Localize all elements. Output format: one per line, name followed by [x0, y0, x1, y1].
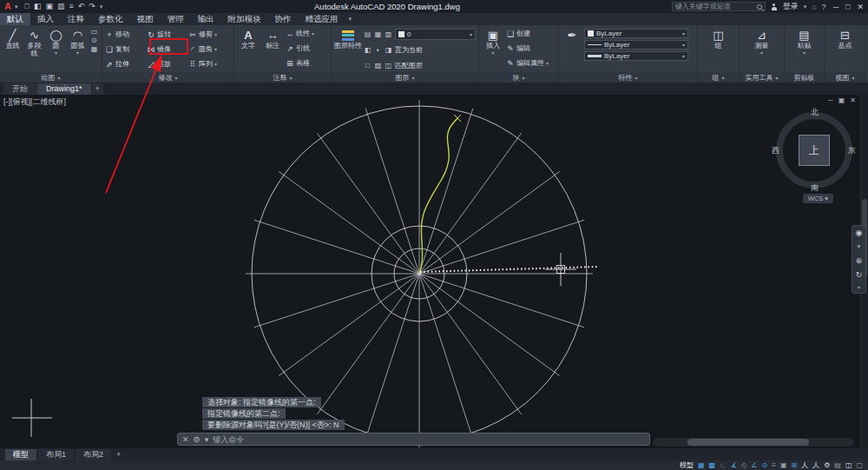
- layer-match-icon[interactable]: ▨: [374, 63, 382, 70]
- object-snap-icon[interactable]: ⊙: [762, 462, 768, 469]
- layer-state-icon[interactable]: ▤: [364, 31, 372, 38]
- base-view-button[interactable]: ⊟ 基点: [838, 27, 852, 50]
- autocad-logo-icon[interactable]: A: [4, 2, 11, 11]
- panel-caption-view[interactable]: 视图 ▾: [825, 72, 865, 83]
- save-as-icon[interactable]: ▥: [57, 3, 65, 10]
- signin-link[interactable]: 登录: [783, 1, 799, 12]
- viewport-controls-label[interactable]: [-][俯视][二维线框]: [3, 96, 66, 108]
- isodraft-icon[interactable]: ◇: [741, 462, 746, 469]
- layer-combo-dropdown-icon[interactable]: ▾: [470, 31, 472, 37]
- rectangle-icon[interactable]: ▭: [89, 29, 99, 36]
- autoscale-icon[interactable]: 人: [812, 462, 819, 469]
- panel-caption-groups[interactable]: 组 ▾: [698, 72, 739, 83]
- app-store-icon[interactable]: ⌂: [812, 3, 816, 11]
- panel-caption-block[interactable]: 块 ▾: [479, 72, 558, 83]
- workspace-icon[interactable]: ⚙: [824, 462, 830, 469]
- open-file-icon[interactable]: ◧: [34, 3, 42, 10]
- save-icon[interactable]: ▣: [45, 3, 53, 10]
- viewport-minimize-icon[interactable]: ─: [828, 96, 833, 104]
- viewcube[interactable]: 北 南 西 东 上: [773, 109, 856, 192]
- layer-walk-icon[interactable]: □: [364, 63, 372, 70]
- command-recent-dropdown-icon[interactable]: ▾: [205, 435, 209, 444]
- new-layout-button[interactable]: +: [113, 450, 124, 459]
- app-menu-dropdown-icon[interactable]: ▾: [15, 3, 18, 10]
- zoom-icon[interactable]: ⊕: [856, 256, 863, 265]
- transparency-icon[interactable]: ▣: [780, 462, 787, 469]
- panel-modify-dropdown-icon[interactable]: ▾: [174, 75, 177, 81]
- layer-select-combo[interactable]: 0 ▾: [395, 29, 476, 40]
- lineweight-dropdown-icon[interactable]: ▾: [682, 53, 685, 59]
- array-button[interactable]: ⠿ 阵列 ▾: [188, 56, 230, 71]
- panel-properties-dropdown-icon[interactable]: ▾: [635, 75, 637, 81]
- close-button[interactable]: ✕: [857, 3, 864, 11]
- line-button[interactable]: ╱ 直线: [3, 27, 23, 50]
- ortho-icon[interactable]: ∟: [720, 462, 727, 469]
- restore-button[interactable]: □: [845, 3, 850, 11]
- panel-utilities-dropdown-icon[interactable]: ▾: [775, 75, 778, 81]
- search-icon[interactable]: [757, 4, 762, 10]
- signin-dropdown-icon[interactable]: ▾: [804, 3, 807, 10]
- viewport-close-icon[interactable]: ✕: [850, 96, 856, 104]
- set-current-layer-button[interactable]: 置为当前: [395, 43, 423, 57]
- fillet-button[interactable]: ◜ 圆角 ▾: [188, 42, 230, 56]
- circle-button[interactable]: ◯ 圆 ▾: [46, 27, 66, 57]
- minimize-button[interactable]: ─: [833, 3, 838, 11]
- layout-tab-model[interactable]: 模型: [5, 449, 36, 460]
- paste-dropdown-icon[interactable]: ▾: [803, 50, 806, 57]
- lineweight-icon[interactable]: ≡: [772, 462, 776, 469]
- viewcube-south-label[interactable]: 南: [811, 182, 819, 194]
- polar-tracking-icon[interactable]: ∡: [731, 462, 737, 469]
- panel-caption-draw[interactable]: 绘图 ▾: [0, 72, 102, 83]
- layout-tab-layout2[interactable]: 布局2: [76, 449, 111, 460]
- pan-icon[interactable]: +: [857, 242, 861, 251]
- redo-icon[interactable]: ↷: [89, 3, 95, 10]
- object-color-dropdown-icon[interactable]: ▾: [682, 30, 685, 36]
- hatch-icon[interactable]: ▦: [89, 46, 99, 53]
- layer-properties-button[interactable]: 图层特性: [334, 27, 362, 50]
- array-dropdown-icon[interactable]: ▾: [214, 57, 217, 71]
- viewcube-top-face[interactable]: 上: [799, 135, 830, 166]
- linetype-combo[interactable]: ByLayer ▾: [584, 40, 688, 50]
- copy-button[interactable]: ❏ 复制: [105, 42, 147, 56]
- arc-dropdown-icon[interactable]: ▾: [76, 50, 79, 57]
- ribbon-tab-home[interactable]: 默认: [0, 13, 30, 25]
- paste-button[interactable]: ▤ 粘贴 ▾: [798, 27, 812, 57]
- panel-draw-dropdown-icon[interactable]: ▾: [57, 75, 60, 81]
- horizontal-scrollbar[interactable]: [653, 438, 854, 447]
- layer-isolate-icon[interactable]: ▪: [374, 47, 382, 54]
- text-button[interactable]: A 文字: [237, 27, 260, 50]
- layout-tab-layout1[interactable]: 布局1: [38, 449, 74, 460]
- ribbon-tab-insert[interactable]: 插入: [30, 13, 61, 25]
- object-snap-tracking-icon[interactable]: ∠: [751, 462, 757, 469]
- panel-caption-annotation[interactable]: 注释 ▾: [234, 72, 331, 83]
- annotation-monitor-icon[interactable]: ▤: [834, 462, 841, 469]
- selection-cycling-icon[interactable]: ⊞: [791, 462, 797, 469]
- ribbon-tab-collaborate[interactable]: 协作: [268, 13, 299, 25]
- layer-unisolate-icon[interactable]: ◨: [385, 47, 392, 54]
- command-input[interactable]: [213, 435, 645, 444]
- navigation-wheel-icon[interactable]: ◉: [856, 228, 863, 237]
- panel-block-dropdown-icon[interactable]: ▾: [522, 75, 524, 81]
- plot-icon[interactable]: ≡: [69, 3, 73, 10]
- isolate-objects-icon[interactable]: ◫: [845, 462, 852, 469]
- create-block-button[interactable]: ❑ 创建: [506, 27, 556, 41]
- trim-button[interactable]: ✂ 修剪 ▾: [188, 27, 230, 42]
- model-space-drawing[interactable]: [0, 95, 868, 448]
- match-layer-button[interactable]: 匹配图层: [395, 59, 423, 73]
- ribbon-tab-featured-apps[interactable]: 精选应用: [299, 13, 345, 25]
- panel-annotation-dropdown-icon[interactable]: ▾: [289, 75, 292, 81]
- help-icon[interactable]: ?: [822, 3, 826, 11]
- drawing-canvas[interactable]: [-][俯视][二维线框] ─ ▣ ✕: [0, 95, 868, 448]
- model-space-indicator[interactable]: 模型: [680, 460, 694, 470]
- fillet-dropdown-icon[interactable]: ▾: [214, 43, 217, 56]
- trim-dropdown-icon[interactable]: ▾: [214, 28, 217, 42]
- undo-icon[interactable]: ↶: [78, 3, 85, 10]
- annotation-visibility-icon[interactable]: 人: [801, 462, 808, 469]
- ribbon-tab-manage[interactable]: 管理: [161, 13, 191, 25]
- viewcube-east-label[interactable]: 东: [848, 145, 856, 156]
- layer-prev-icon[interactable]: ◫: [385, 63, 392, 70]
- panel-caption-properties[interactable]: 特性 ▾: [559, 72, 697, 83]
- measure-dropdown-icon[interactable]: ▾: [760, 50, 763, 57]
- rotate-button[interactable]: ↻ 旋转: [147, 27, 188, 42]
- viewport-restore-icon[interactable]: ▣: [838, 96, 845, 104]
